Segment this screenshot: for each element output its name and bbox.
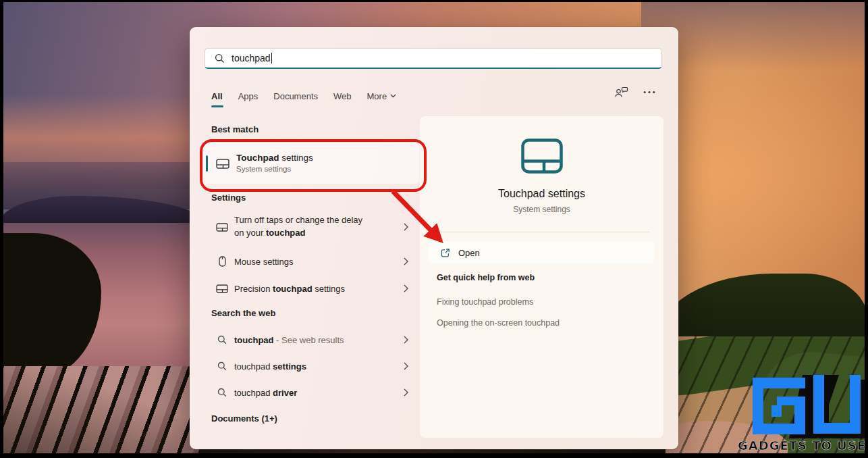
gadgetstouse-logo-icon <box>738 375 866 438</box>
label-part: settings <box>313 284 345 294</box>
mouse-icon <box>216 256 228 267</box>
touchpad-icon <box>216 284 228 293</box>
chevron-down-icon <box>390 94 396 98</box>
search-input[interactable]: touchpad <box>205 48 662 69</box>
gadgetstouse-watermark: GADGETS TO USE <box>734 375 866 453</box>
search-header-actions <box>614 86 655 98</box>
label-part: Precision <box>234 284 273 294</box>
tab-label: All <box>211 91 223 101</box>
result-label: touchpad driver <box>234 388 297 398</box>
chevron-right-icon <box>404 284 408 292</box>
touchpad-icon-large <box>521 138 563 174</box>
feedback-icon[interactable] <box>614 86 628 98</box>
windows-search-flyout: touchpad All Apps Documents Web More <box>190 27 678 449</box>
settings-result-precision-touchpad[interactable]: Precision touchpad settings <box>203 278 419 299</box>
result-subtitle: System settings <box>236 164 313 175</box>
settings-result-turn-off-taps[interactable]: Turn off taps or change the delay on you… <box>203 211 419 243</box>
label-part-bold: touchpad <box>273 284 313 294</box>
result-title: Touchpad settings <box>236 152 313 164</box>
chevron-right-icon <box>404 388 408 397</box>
selection-accent-bar <box>206 155 208 172</box>
result-label: Turn off taps or change the delay on you… <box>234 214 362 240</box>
result-label: touchpad - See web results <box>234 335 344 345</box>
help-link-fixing-problems[interactable]: Fixing touchpad problems <box>437 297 533 307</box>
section-web-title: Search the web <box>211 308 275 318</box>
tab-documents[interactable]: Documents <box>273 91 318 101</box>
wallpaper-terraces-left <box>0 366 205 458</box>
label-part-bold: driver <box>273 388 297 398</box>
tab-all[interactable]: All <box>211 91 223 101</box>
section-settings-title: Settings <box>211 193 246 203</box>
more-options-icon[interactable] <box>643 91 655 94</box>
settings-result-mouse-settings[interactable]: Mouse settings <box>203 251 419 272</box>
tab-apps[interactable]: Apps <box>238 91 259 101</box>
preview-title: Touchpad settings <box>420 188 663 200</box>
chevron-right-icon <box>404 223 408 231</box>
best-match-result-touchpad-settings[interactable]: Touchpad settings System settings <box>203 143 419 184</box>
gadgetstouse-brand-text: GADGETS TO USE <box>734 438 866 453</box>
open-external-icon <box>440 248 450 258</box>
search-icon <box>216 335 228 345</box>
label-part-muted: - See web results <box>274 335 344 345</box>
open-action-button[interactable]: Open <box>429 241 654 264</box>
search-query-text: touchpad <box>232 53 271 63</box>
result-label: Precision touchpad settings <box>234 284 345 294</box>
text-caret <box>271 53 273 63</box>
result-preview-pane: Touchpad settings System settings Open G… <box>420 116 663 438</box>
tab-label: Apps <box>238 91 259 101</box>
preview-divider <box>435 232 650 232</box>
search-icon <box>216 388 228 397</box>
result-label-line2: on your <box>234 228 266 238</box>
active-tab-underline <box>211 105 223 107</box>
best-match-text: Touchpad settings System settings <box>236 152 313 175</box>
section-best-match-title: Best match <box>211 124 259 134</box>
tab-web[interactable]: Web <box>333 91 352 101</box>
help-section-title: Get quick help from web <box>437 273 535 282</box>
label-part-bold: touchpad <box>234 335 274 345</box>
result-label: touchpad settings <box>234 361 306 372</box>
chevron-right-icon <box>404 336 408 344</box>
label-part: touchpad <box>234 388 273 398</box>
open-button-label: Open <box>458 248 480 258</box>
tab-label: Documents <box>273 91 318 101</box>
label-part: touchpad <box>234 361 273 372</box>
tab-label: More <box>367 91 387 101</box>
web-result-touchpad-driver[interactable]: touchpad driver <box>203 382 419 403</box>
result-label: Mouse settings <box>234 257 293 267</box>
result-title-rest: settings <box>279 153 313 163</box>
search-icon <box>215 53 225 63</box>
search-icon <box>216 361 228 371</box>
section-documents-title[interactable]: Documents (1+) <box>211 413 277 424</box>
web-result-see-results[interactable]: touchpad - See web results <box>203 330 419 350</box>
label-part-bold: settings <box>273 361 306 372</box>
web-result-touchpad-settings[interactable]: touchpad settings <box>203 356 419 376</box>
touchpad-icon <box>216 159 229 169</box>
filter-tabs: All Apps Documents Web More <box>211 86 396 105</box>
screenshot-root: touchpad All Apps Documents Web More <box>0 0 868 458</box>
result-label-line1: Turn off taps or change the delay <box>234 215 362 225</box>
tab-label: Web <box>333 91 352 101</box>
touchpad-icon <box>216 223 228 232</box>
result-label-line2-bold: touchpad <box>266 228 306 238</box>
tab-more[interactable]: More <box>367 91 397 101</box>
help-link-onscreen-touchpad[interactable]: Opening the on-screen touchpad <box>437 318 560 328</box>
preview-subtitle: System settings <box>420 205 663 214</box>
chevron-right-icon <box>404 362 408 370</box>
result-title-bold: Touchpad <box>236 153 279 163</box>
chevron-right-icon <box>404 257 408 265</box>
